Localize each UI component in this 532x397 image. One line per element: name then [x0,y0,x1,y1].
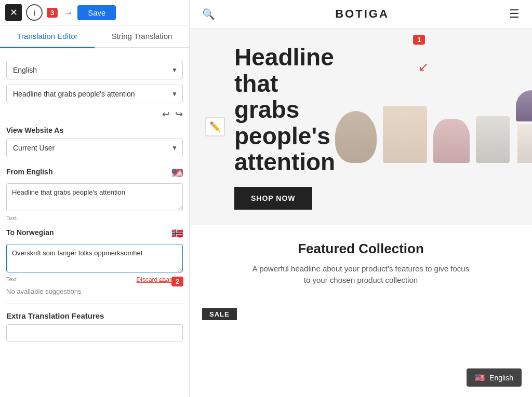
extra-translation-section: Extra Translation Features [6,304,183,341]
shop-now-button[interactable]: SHOP NOW [234,187,312,210]
product-image-4 [476,116,510,163]
from-flag: 🇺🇸 [171,167,183,179]
info-button[interactable]: i [26,4,43,21]
tab-translation-editor[interactable]: Translation Editor [0,25,95,48]
hero-headline: Headline that grabs people's attention [234,44,335,175]
annotation-badge-1: 1 [413,35,425,45]
to-textarea-wrap: Overskrift som fanger folks oppmerksomhe… [6,244,183,274]
hero-products [335,90,532,163]
from-type-label: Text [6,215,183,221]
hero-section: 1 ↙ ✏️ Headline that grabs people's atte… [190,29,532,225]
undo-button[interactable]: ↩ [162,108,170,120]
right-panel: 🔍 BOTIGA ☰ 1 ↙ ✏️ Headline that grabs pe… [190,0,532,397]
to-label: To Norwegian [6,228,54,237]
suggestions-text: No available suggestions [6,288,183,295]
from-header: From English 🇺🇸 [6,166,183,180]
hero-edit-button[interactable]: ✏️ [205,117,225,136]
redo-button[interactable]: ↪ [175,108,183,120]
sale-label: SALE [202,308,237,320]
language-select[interactable]: English Norwegian French German [6,61,183,79]
view-as-dropdown-row: Current User Guest ▼ [6,139,183,157]
hero-content: Headline that grabs people's attention S… [234,44,335,210]
site-nav: 🔍 BOTIGA ☰ [190,0,532,29]
tab-string-translation[interactable]: String Translation [95,25,189,48]
site-logo: BOTIGA [335,7,389,21]
menu-icon[interactable]: ☰ [509,7,520,21]
to-flag: 🇳🇴 [171,228,183,239]
view-as-section: View Website As Current User Guest ▼ [6,126,183,157]
to-type-label: Text Discard changes [6,276,183,282]
discard-changes-link[interactable]: Discard changes [137,276,183,283]
step-badge-3: 3 [47,8,58,18]
left-panel: ✕ i 3 → Save Translation Editor String T… [0,0,190,397]
from-section: From English 🇺🇸 Headline that grabs peop… [6,166,183,221]
product-image-3 [433,119,470,163]
lavender-image [516,90,532,121]
product-image-5 [517,124,532,163]
view-as-select[interactable]: Current User Guest [6,139,183,157]
product-image-2 [383,106,427,163]
annotation-arrow-1: ↙ [418,60,429,74]
close-button[interactable]: ✕ [5,4,22,21]
tabs-container: Translation Editor String Translation [0,25,189,48]
top-bar: ✕ i 3 → Save [0,0,189,25]
featured-section: Featured Collection A powerful headline … [190,225,532,304]
view-as-label: View Website As [6,126,183,134]
undo-redo-bar: ↩ ↪ [6,108,183,120]
language-dropdown-row: English Norwegian French German ▼ [6,61,183,79]
extra-input[interactable] [6,324,183,341]
sale-area-wrap: SALE [190,304,532,331]
arrow-right-icon: → [63,7,73,19]
search-icon[interactable]: 🔍 [202,8,215,20]
product-image-1 [335,111,377,163]
lang-flag-icon: 🇺🇸 [475,373,485,382]
to-section: To Norwegian 🇳🇴 Overskrift som fanger fo… [6,226,183,282]
from-textarea[interactable]: Headline that grabs people's attention [6,183,183,211]
to-textarea[interactable]: Overskrift som fanger folks oppmerksomhe… [6,244,183,272]
panel-content: English Norwegian French German ▼ Headli… [0,48,189,397]
lang-pill-label: English [489,374,513,382]
save-button[interactable]: Save [77,5,116,20]
language-pill[interactable]: 🇺🇸 English [467,368,522,387]
to-header: To Norwegian 🇳🇴 [6,226,183,241]
string-select[interactable]: Headline that grabs people's attention S… [6,85,183,103]
featured-title: Featured Collection [202,241,520,257]
from-label: From English [6,168,52,176]
featured-subtitle: A powerful headline about your product's… [252,263,470,286]
string-dropdown-row: Headline that grabs people's attention S… [6,85,183,103]
extra-section-label: Extra Translation Features [6,311,183,320]
